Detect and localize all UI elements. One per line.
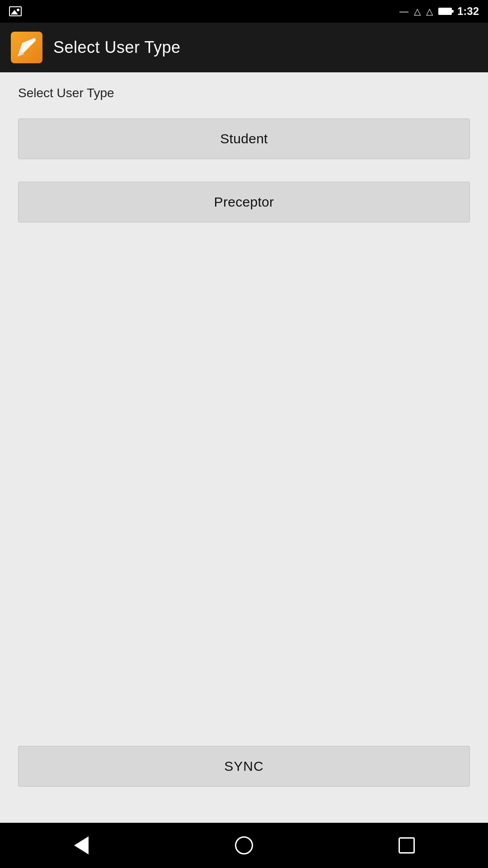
recents-icon bbox=[399, 837, 415, 854]
home-icon bbox=[235, 836, 253, 854]
sync-button[interactable]: SYNC bbox=[18, 746, 470, 787]
home-button[interactable] bbox=[226, 832, 262, 859]
main-content: Select User Type Student Preceptor SYNC bbox=[0, 72, 488, 823]
back-icon bbox=[74, 836, 89, 854]
recents-button[interactable] bbox=[389, 832, 425, 859]
status-bar-left bbox=[9, 6, 22, 16]
app-bar-title: Select User Type bbox=[53, 38, 180, 57]
battery-icon bbox=[438, 8, 452, 15]
status-bar: — △ △ 1:32 bbox=[0, 0, 488, 23]
signal-icon: △ bbox=[426, 6, 433, 17]
student-button[interactable]: Student bbox=[18, 118, 470, 159]
image-icon bbox=[9, 6, 22, 16]
app-logo bbox=[11, 32, 42, 63]
section-label: Select User Type bbox=[18, 86, 470, 100]
minimize-icon: — bbox=[399, 6, 408, 17]
back-button[interactable] bbox=[63, 832, 99, 859]
status-bar-right: — △ △ 1:32 bbox=[399, 5, 479, 18]
wifi-icon: △ bbox=[414, 6, 421, 17]
app-logo-svg bbox=[13, 34, 40, 61]
app-bar: Select User Type bbox=[0, 23, 488, 72]
preceptor-button[interactable]: Preceptor bbox=[18, 182, 470, 222]
nav-bar bbox=[0, 823, 488, 868]
status-time: 1:32 bbox=[457, 5, 479, 18]
